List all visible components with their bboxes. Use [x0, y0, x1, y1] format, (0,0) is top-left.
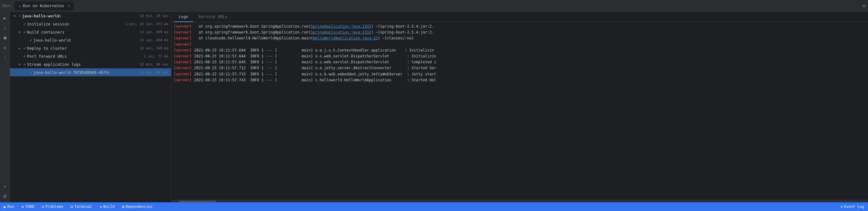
arrow-icon: ▶ [19, 47, 22, 50]
tree-item-port-forward-urls[interactable]: ✔ Port forward URLs 1 sec, 77 ms [10, 52, 171, 60]
stop-button[interactable]: ⏹ [1, 34, 9, 41]
tab-name: Run on Kubernetes [23, 3, 64, 8]
dependencies-icon: ⊞ [122, 205, 124, 209]
tab-service-urls[interactable]: Service URLs [193, 12, 232, 22]
item-label: Initialize session [27, 22, 123, 26]
build-icon: ⚒ [100, 205, 102, 209]
spin-icon: ✦ [30, 70, 32, 74]
filter-button[interactable]: ≡ [1, 44, 9, 52]
scroll-down-button[interactable]: ↓ [1, 24, 9, 32]
log-text: 2021-08-23 19:11:57.712 INFO 1 --- [ mai… [194, 65, 436, 71]
log-tag: [server] [174, 77, 192, 83]
log-link[interactable]: SpringApplication.java:1343 [311, 24, 371, 29]
log-line: [server] 2021-08-23 19:11:57.712 INFO 1 … [174, 65, 866, 71]
delete-button[interactable]: 🗑 [1, 192, 9, 200]
log-text: 2021-08-23 19:11:57.715 INFO 1 --- [ mai… [194, 71, 436, 77]
dependencies-label: Dependencies [126, 205, 153, 209]
status-dependencies[interactable]: ⊞ Dependencies [122, 205, 153, 209]
status-problems[interactable]: ⊙ Problems [41, 205, 63, 209]
check-icon: ✔ [24, 46, 26, 50]
log-line: [server] at org.springframework.boot.Spr… [174, 24, 866, 29]
log-link[interactable]: SpringApplication.java:1332 [311, 30, 371, 34]
scroll-area[interactable] [171, 200, 868, 202]
log-line: [server] [174, 41, 866, 48]
status-build[interactable]: ⚒ Build [100, 205, 115, 209]
problems-label: Problems [45, 205, 63, 209]
arrow-icon: ▼ [14, 14, 18, 18]
tree-item-java-hello-world-root[interactable]: ▼ ✦ java-hello-world: 53 min, 20 sec [10, 12, 171, 20]
pin-button[interactable]: ★ [1, 182, 9, 190]
log-line: [server] at cloudcode.helloworld.HelloWo… [174, 35, 866, 41]
item-label: Port forward URLs [27, 54, 141, 59]
kubernetes-icon: ✦ [18, 3, 21, 8]
run-tab[interactable]: ✦ Run on Kubernetes ✕ [14, 2, 74, 10]
tree-item-java-hello-world-sub[interactable]: ✔ java-hello-world 13 sec, 454 ms [10, 36, 171, 44]
item-label: Build containers [27, 30, 137, 34]
log-content[interactable]: [server] at org.springframework.boot.Spr… [171, 22, 868, 200]
item-time: 52 min, 49 sec [140, 70, 168, 74]
build-label: Build [103, 205, 115, 209]
run-status-icon: ▶ [4, 205, 6, 209]
item-time: 12 sec, 169 ms [140, 46, 168, 50]
check-icon: ✔ [24, 54, 26, 58]
log-text: 2021-08-23 19:11:57.644 INFO 1 --- [ mai… [194, 53, 436, 59]
log-line: [server] 2021-08-23 19:11:57.644 INFO 1 … [174, 53, 866, 59]
spin-icon: ✦ [19, 14, 21, 18]
status-bar-right: ⊙ Event Log [841, 205, 864, 209]
status-todo[interactable]: ≡ TODO [22, 205, 34, 209]
item-time: 53 min, 20 sec [140, 14, 168, 18]
log-tabs: Logs Service URLs [171, 12, 868, 22]
tree-item-java-hello-world-pod[interactable]: ✦ java-hello-world-78f85d9569-4575r 52 m… [10, 68, 171, 76]
log-link[interactable]: HelloWorldApplication.java:22 [313, 36, 378, 40]
status-event-log[interactable]: ⊙ Event Log [841, 205, 864, 209]
todo-label: TODO [25, 205, 34, 209]
item-label: Deploy to cluster [27, 46, 137, 51]
arrow-icon: ▼ [19, 30, 22, 34]
tree-item-initialize-session[interactable]: ✔ Initialize session 1 min, 25 sec, 473 … [10, 20, 171, 28]
log-tag: [server] [174, 65, 192, 71]
status-bar: ▶ Run ≡ TODO ⊙ Problems ⊡ Terminal ⚒ Bui… [0, 202, 868, 211]
log-tag: [server] [174, 35, 192, 41]
log-text: at cloudcode.helloworld.HelloWorldApplic… [194, 35, 414, 41]
settings-tool-button[interactable]: ⋮ [1, 54, 9, 61]
title-bar: Run: ✦ Run on Kubernetes ✕ ⚙ [0, 0, 868, 12]
tree-item-stream-app-logs[interactable]: ▼ ✦ Stream application logs 52 min, 49 s… [10, 60, 171, 68]
scroll-thumb[interactable] [179, 201, 216, 202]
log-line: [server] 2021-08-23 19:11:57.715 INFO 1 … [174, 71, 866, 77]
arrow-icon: ▼ [19, 63, 22, 66]
log-line: [server] 2021-08-23 19:11:57.644 INFO 1 … [174, 48, 866, 53]
close-tab-button[interactable]: ✕ [68, 4, 70, 8]
event-log-label: Event Log [844, 205, 864, 209]
status-run[interactable]: ▶ Run [4, 205, 14, 209]
event-log-icon: ⊙ [841, 205, 843, 209]
status-terminal[interactable]: ⊡ Terminal [71, 205, 92, 209]
item-label: java-hello-world: [22, 14, 137, 18]
log-line: [server] at org.springframework.boot.Spr… [174, 29, 866, 35]
log-tag: [server] [174, 41, 192, 48]
item-label: Stream application logs [27, 62, 137, 67]
item-label: java-hello-world [33, 38, 137, 42]
todo-icon: ≡ [22, 205, 24, 209]
log-line: [server] 2021-08-23 19:11:57.645 INFO 1 … [174, 59, 866, 65]
tab-logs[interactable]: Logs [174, 12, 193, 22]
settings-icon[interactable]: ⚙ [862, 3, 866, 9]
item-time: 13 sec, 454 ms [140, 38, 168, 42]
item-time: 13 sec, 499 ms [140, 30, 168, 34]
toolbar-bottom: ★ 🗑 [1, 182, 9, 202]
log-text: 2021-08-23 19:11:57.644 INFO 1 --- [ mai… [194, 48, 434, 53]
log-text: at org.springframework.boot.SpringApplic… [194, 29, 434, 35]
run-tool-button[interactable]: ▶ [1, 14, 9, 22]
tree-item-build-containers[interactable]: ▼ ✔ Build containers 13 sec, 499 ms [10, 28, 171, 36]
log-tag: [server] [174, 48, 192, 53]
log-tag: [server] [174, 71, 192, 77]
log-text: 2021-08-23 19:11:57.743 INFO 1 --- [ mai… [194, 77, 436, 83]
tree-item-deploy-to-cluster[interactable]: ▶ ✔ Deploy to cluster 12 sec, 169 ms [10, 44, 171, 52]
log-text: at org.springframework.boot.SpringApplic… [194, 24, 434, 29]
log-text: 2021-08-23 19:11:57.645 INFO 1 --- [ mai… [194, 59, 436, 65]
terminal-icon: ⊡ [71, 205, 73, 209]
left-toolbar: ▶ ↓ ⏹ ≡ ⋮ ★ 🗑 [0, 12, 10, 202]
run-label: Run: [2, 3, 12, 8]
spin-icon: ✦ [24, 62, 26, 66]
log-tag: [server] [174, 24, 192, 29]
run-tree-panel: ▼ ✦ java-hello-world: 53 min, 20 sec ✔ I… [10, 12, 171, 202]
